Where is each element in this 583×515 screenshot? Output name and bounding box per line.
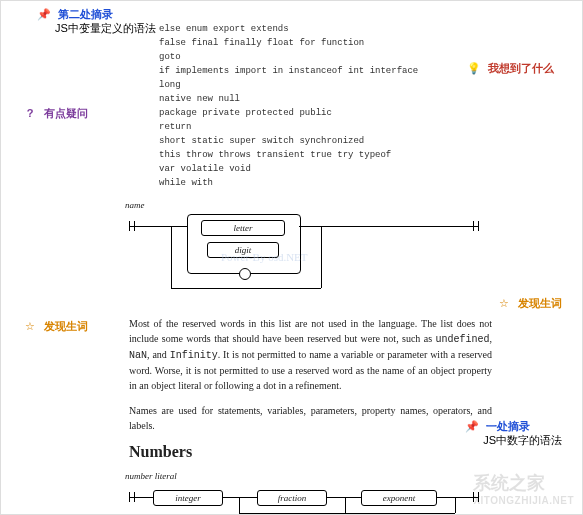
annotation-title: 发现生词 bbox=[44, 320, 88, 332]
star-icon: ☆ bbox=[23, 319, 37, 333]
annotation-question: ? 有点疑问 bbox=[23, 106, 88, 120]
annotation-sub: JS中数字的语法 bbox=[483, 434, 562, 446]
code-line: return bbox=[159, 120, 492, 134]
annotation-title: 第二处摘录 bbox=[58, 8, 113, 20]
code-line: this throw throws transient true try typ… bbox=[159, 148, 492, 162]
watermark-brand: 系统之家 bbox=[473, 473, 545, 493]
annotation-title: 我想到了什么 bbox=[488, 62, 554, 74]
diagram-node-letter: letter bbox=[201, 220, 285, 236]
diagram-terminal-icon bbox=[239, 268, 251, 280]
code-line: else enum export extends bbox=[159, 22, 492, 36]
code-line: if implements import in instanceof int i… bbox=[159, 64, 492, 78]
bulb-icon: 💡 bbox=[467, 61, 481, 75]
annotation-sub: JS中变量定义的语法 bbox=[55, 22, 156, 34]
faded-watermark: Power-By osd.NET bbox=[221, 251, 308, 263]
diagram-name-label: name bbox=[125, 200, 492, 210]
reserved-words-list: else enum export extendsfalse final fina… bbox=[159, 22, 492, 190]
watermark: 系统之家 XITONGZHIJIA.NET bbox=[473, 471, 574, 506]
syntax-diagram-number: integer fraction exponent bbox=[129, 483, 492, 515]
diagram-node-exponent: exponent bbox=[361, 490, 437, 506]
diagram-number-label: number literal bbox=[125, 471, 492, 481]
diagram-node-fraction: fraction bbox=[257, 490, 327, 506]
annotation-word-1: ☆ 发现生词 bbox=[497, 296, 562, 310]
annotation-title: 发现生词 bbox=[518, 297, 562, 309]
code-line: native new null bbox=[159, 92, 492, 106]
code-line: false final finally float for function bbox=[159, 36, 492, 50]
annotation-word-2: ☆ 发现生词 bbox=[23, 319, 88, 333]
pin-icon: 📌 bbox=[465, 419, 479, 433]
diagram-node-integer: integer bbox=[153, 490, 223, 506]
star-icon: ☆ bbox=[497, 296, 511, 310]
code-line: while with bbox=[159, 176, 492, 190]
code-line: goto bbox=[159, 50, 492, 64]
code-line: package private protected public bbox=[159, 106, 492, 120]
annotation-excerpt-1: 📌 一处摘录 JS中数字的语法 bbox=[465, 419, 562, 447]
annotation-title: 有点疑问 bbox=[44, 107, 88, 119]
pin-icon: 📌 bbox=[37, 7, 51, 21]
syntax-diagram-name: letter digit bbox=[129, 212, 492, 302]
annotation-title: 一处摘录 bbox=[486, 420, 530, 432]
code-line: long bbox=[159, 78, 492, 92]
section-heading-numbers: Numbers bbox=[129, 443, 492, 461]
question-icon: ? bbox=[23, 106, 37, 120]
annotation-idea: 💡 我想到了什么 bbox=[467, 61, 554, 75]
paragraph-reserved-words: Most of the reserved words in this list … bbox=[129, 316, 492, 393]
paragraph-names-usage: Names are used for statements, variables… bbox=[129, 403, 492, 433]
annotation-excerpt-2: 📌 第二处摘录 JS中变量定义的语法 bbox=[37, 7, 156, 35]
watermark-site: XITONGZHIJIA.NET bbox=[473, 495, 574, 506]
code-line: short static super switch synchronized bbox=[159, 134, 492, 148]
code-line: var volatile void bbox=[159, 162, 492, 176]
